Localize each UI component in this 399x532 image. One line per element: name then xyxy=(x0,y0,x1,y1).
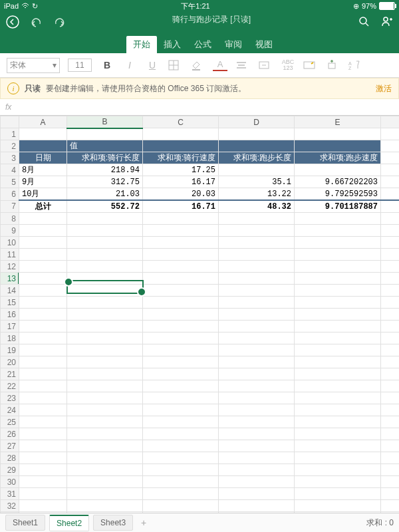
clock: 下午1:21 xyxy=(181,1,209,11)
column-headers: A B C D E xyxy=(1,116,400,128)
activate-link[interactable]: 激活 xyxy=(376,83,392,94)
font-family-label: 宋体 xyxy=(10,60,26,71)
align-button[interactable] xyxy=(235,61,250,70)
fill-color-button[interactable] xyxy=(190,59,205,71)
sort-filter-button[interactable]: AZ xyxy=(348,60,363,70)
col-A[interactable]: A xyxy=(19,116,67,128)
row-3[interactable]: 3 xyxy=(1,152,19,164)
orientation-lock-icon: ⊕ xyxy=(353,2,359,11)
ribbon: 宋体 ▾ 11 B I U A ABC123 AZ xyxy=(0,53,399,78)
svg-rect-16 xyxy=(329,63,335,68)
battery-pct: 97% xyxy=(362,2,376,10)
readonly-notice: i 只读 要创建并编辑，请使用符合资格的 Office 365 订阅激活。 激活 xyxy=(0,78,399,99)
table-row: 6 10月 21.03 20.03 13.22 9.792592593 xyxy=(1,188,400,201)
row-2[interactable]: 2 xyxy=(1,140,19,152)
tab-home[interactable]: 开始 xyxy=(126,36,157,53)
status-bar: iPad ↻ 下午1:21 ⊕ 97% xyxy=(0,0,399,12)
svg-point-3 xyxy=(384,17,388,21)
svg-text:A: A xyxy=(348,61,352,66)
pivot-head-date: 日期 xyxy=(19,152,67,164)
share-button[interactable] xyxy=(380,15,394,28)
cell-styles-button[interactable] xyxy=(303,61,318,70)
ribbon-tabs: 开始 插入 公式 审阅 视图 xyxy=(0,37,399,53)
col-C[interactable]: C xyxy=(143,116,219,128)
svg-point-1 xyxy=(360,17,366,24)
sheet-tab-3[interactable]: Sheet3 xyxy=(93,515,133,531)
bottom-bar: Sheet1 Sheet2 Sheet3 + 求和 : 0 xyxy=(0,513,399,532)
col-D[interactable]: D xyxy=(219,116,295,128)
battery-icon xyxy=(379,2,395,10)
notice-tag: 只读 xyxy=(25,83,41,94)
notice-message: 要创建并编辑，请使用符合资格的 Office 365 订阅激活。 xyxy=(46,83,246,94)
pivot-head-ride-spd: 求和项:骑行速度 xyxy=(143,152,219,164)
table-row: 5 9月 312.75 16.17 35.1 9.667202203 xyxy=(1,176,400,188)
document-title: 骑行与跑步记录 [只读] xyxy=(172,15,251,24)
number-format-button[interactable]: ABC123 xyxy=(281,59,295,71)
sheet-tab-2[interactable]: Sheet2 xyxy=(49,515,89,531)
worksheet[interactable]: A B C D E 1 2 值 3 日期 求和项:骑行长度 求和项:骑行速度 求… xyxy=(0,116,399,532)
tab-view[interactable]: 视图 xyxy=(249,36,279,53)
svg-line-2 xyxy=(366,23,368,26)
insert-delete-button[interactable] xyxy=(326,59,340,71)
font-size-select[interactable]: 11 xyxy=(68,59,92,72)
svg-rect-9 xyxy=(192,69,200,70)
row-1[interactable]: 1 xyxy=(1,128,19,140)
borders-button[interactable] xyxy=(168,59,182,71)
table-total-row: 7 总计 552.72 16.71 48.32 9.701187887 xyxy=(1,200,400,213)
merge-button[interactable] xyxy=(258,61,273,70)
tab-review[interactable]: 审阅 xyxy=(218,36,249,53)
sync-icon: ↻ xyxy=(32,2,38,11)
col-B[interactable]: B xyxy=(67,116,143,128)
chevron-down-icon: ▾ xyxy=(53,61,57,70)
formula-bar[interactable]: fx xyxy=(0,99,399,116)
svg-text:Z: Z xyxy=(348,66,352,70)
title-bar: 骑行与跑步记录 [只读] xyxy=(0,12,399,37)
aggregate-readout[interactable]: 求和 : 0 xyxy=(366,517,394,529)
col-E[interactable]: E xyxy=(295,116,381,128)
undo-button[interactable] xyxy=(31,16,43,28)
underline-button[interactable]: U xyxy=(145,60,160,70)
row-13[interactable]: 13 xyxy=(1,273,19,285)
select-all-corner[interactable] xyxy=(1,116,19,128)
svg-point-0 xyxy=(7,16,19,28)
info-icon: i xyxy=(7,82,19,94)
bold-button[interactable]: B xyxy=(100,60,114,70)
table-row: 4 8月 218.94 17.25 xyxy=(1,164,400,176)
wifi-icon xyxy=(21,3,29,9)
font-family-select[interactable]: 宋体 ▾ xyxy=(7,58,60,73)
back-button[interactable] xyxy=(5,15,20,29)
italic-button[interactable]: I xyxy=(122,60,137,70)
pivot-head-ride-len: 求和项:骑行长度 xyxy=(67,152,143,164)
pivot-head-run-spd: 求和项:跑步速度 xyxy=(295,152,381,164)
search-button[interactable] xyxy=(358,15,370,27)
fx-label: fx xyxy=(5,102,11,112)
redo-button[interactable] xyxy=(53,16,65,28)
pivot-head-run-len: 求和项:跑步长度 xyxy=(219,152,295,164)
device-label: iPad xyxy=(4,2,19,10)
add-sheet-button[interactable]: + xyxy=(137,517,150,528)
pivot-values-caption: 值 xyxy=(67,140,143,152)
tab-formula[interactable]: 公式 xyxy=(188,36,218,53)
sheet-tab-1[interactable]: Sheet1 xyxy=(5,515,45,531)
tab-insert[interactable]: 插入 xyxy=(157,36,188,53)
sheet-tabs: Sheet1 Sheet2 Sheet3 + xyxy=(5,515,150,531)
font-color-button[interactable]: A xyxy=(213,59,227,71)
